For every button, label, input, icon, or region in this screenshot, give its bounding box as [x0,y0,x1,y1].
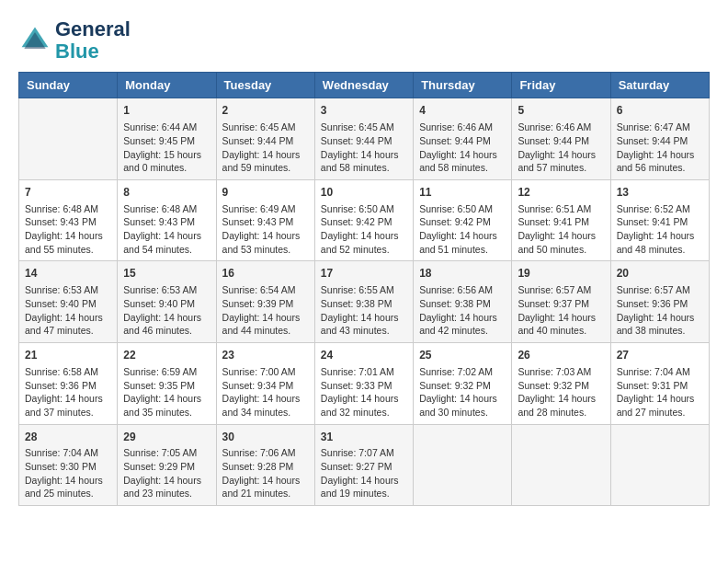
day-number: 3 [321,103,407,119]
day-content: Sunrise: 7:04 AMSunset: 9:30 PMDaylight:… [25,446,111,500]
day-content: Sunrise: 7:03 AMSunset: 9:32 PMDaylight:… [518,365,604,419]
logo: General Blue [18,18,131,63]
calendar-week-row: 7Sunrise: 6:48 AMSunset: 9:43 PMDaylight… [19,179,710,261]
calendar-cell: 18Sunrise: 6:56 AMSunset: 9:38 PMDayligh… [414,261,512,343]
day-content: Sunrise: 6:48 AMSunset: 9:43 PMDaylight:… [25,202,111,257]
day-number: 22 [123,348,210,363]
day-number: 28 [25,430,111,445]
day-number: 1 [123,103,210,119]
day-number: 2 [222,103,309,119]
calendar-cell: 15Sunrise: 6:53 AMSunset: 9:40 PMDayligh… [118,261,216,343]
calendar-cell: 24Sunrise: 7:01 AMSunset: 9:33 PMDayligh… [314,343,413,425]
calendar-table: SundayMondayTuesdayWednesdayThursdayFrid… [18,72,710,506]
calendar-header: SundayMondayTuesdayWednesdayThursdayFrid… [19,73,710,98]
day-content: Sunrise: 6:53 AMSunset: 9:40 PMDaylight:… [25,283,111,338]
calendar-cell: 19Sunrise: 6:57 AMSunset: 9:37 PMDayligh… [512,261,610,343]
day-content: Sunrise: 6:58 AMSunset: 9:36 PMDaylight:… [25,365,111,419]
calendar-cell: 13Sunrise: 6:52 AMSunset: 9:41 PMDayligh… [610,179,709,261]
day-content: Sunrise: 6:55 AMSunset: 9:38 PMDaylight:… [321,283,407,338]
calendar-cell: 25Sunrise: 7:02 AMSunset: 9:32 PMDayligh… [414,343,512,425]
day-number: 16 [222,266,309,282]
calendar-cell: 23Sunrise: 7:00 AMSunset: 9:34 PMDayligh… [216,343,314,425]
day-number: 9 [222,185,309,201]
calendar-cell: 14Sunrise: 6:53 AMSunset: 9:40 PMDayligh… [19,261,118,343]
day-content: Sunrise: 6:50 AMSunset: 9:42 PMDaylight:… [321,202,407,257]
calendar-cell: 30Sunrise: 7:06 AMSunset: 9:28 PMDayligh… [216,424,314,506]
day-number: 21 [25,348,111,363]
day-number: 18 [419,266,506,282]
calendar-cell: 31Sunrise: 7:07 AMSunset: 9:27 PMDayligh… [314,424,413,506]
calendar-week-row: 28Sunrise: 7:04 AMSunset: 9:30 PMDayligh… [19,424,710,506]
calendar-cell: 12Sunrise: 6:51 AMSunset: 9:41 PMDayligh… [512,179,610,261]
calendar-week-row: 14Sunrise: 6:53 AMSunset: 9:40 PMDayligh… [19,261,710,343]
day-content: Sunrise: 6:47 AMSunset: 9:44 PMDaylight:… [617,121,703,175]
weekday-header: Sunday [19,73,118,98]
day-content: Sunrise: 7:01 AMSunset: 9:33 PMDaylight:… [321,365,407,419]
day-content: Sunrise: 6:50 AMSunset: 9:42 PMDaylight:… [419,202,506,257]
day-number: 29 [123,430,210,445]
day-content: Sunrise: 6:57 AMSunset: 9:36 PMDaylight:… [617,283,703,338]
day-number: 12 [518,185,604,201]
day-number: 8 [123,185,210,201]
weekday-header: Monday [118,73,216,98]
calendar-cell: 21Sunrise: 6:58 AMSunset: 9:36 PMDayligh… [19,343,118,425]
day-content: Sunrise: 6:46 AMSunset: 9:44 PMDaylight:… [518,121,604,175]
day-number: 11 [419,185,506,201]
calendar-cell: 20Sunrise: 6:57 AMSunset: 9:36 PMDayligh… [610,261,709,343]
calendar-week-row: 21Sunrise: 6:58 AMSunset: 9:36 PMDayligh… [19,343,710,425]
day-content: Sunrise: 7:05 AMSunset: 9:29 PMDaylight:… [123,446,210,500]
calendar-cell: 10Sunrise: 6:50 AMSunset: 9:42 PMDayligh… [314,179,413,261]
weekday-header: Thursday [414,73,512,98]
day-content: Sunrise: 6:59 AMSunset: 9:35 PMDaylight:… [123,365,210,419]
day-content: Sunrise: 7:02 AMSunset: 9:32 PMDaylight:… [419,365,506,419]
calendar-cell: 17Sunrise: 6:55 AMSunset: 9:38 PMDayligh… [314,261,413,343]
weekday-header: Saturday [610,73,709,98]
day-number: 4 [419,103,506,119]
calendar-cell [610,424,709,506]
day-content: Sunrise: 6:51 AMSunset: 9:41 PMDaylight:… [518,202,604,257]
calendar-cell: 26Sunrise: 7:03 AMSunset: 9:32 PMDayligh… [512,343,610,425]
calendar-cell: 22Sunrise: 6:59 AMSunset: 9:35 PMDayligh… [118,343,216,425]
day-number: 24 [321,348,407,363]
day-number: 14 [25,266,111,282]
calendar-cell: 29Sunrise: 7:05 AMSunset: 9:29 PMDayligh… [118,424,216,506]
day-number: 26 [518,348,604,363]
day-number: 10 [321,185,407,201]
day-content: Sunrise: 7:06 AMSunset: 9:28 PMDaylight:… [222,446,309,500]
calendar-cell: 28Sunrise: 7:04 AMSunset: 9:30 PMDayligh… [19,424,118,506]
calendar-cell: 27Sunrise: 7:04 AMSunset: 9:31 PMDayligh… [610,343,709,425]
day-content: Sunrise: 6:52 AMSunset: 9:41 PMDaylight:… [617,202,703,257]
calendar-cell [512,424,610,506]
calendar-cell [414,424,512,506]
page-header: General Blue [18,18,710,63]
day-number: 23 [222,348,309,363]
day-number: 13 [617,185,703,201]
day-content: Sunrise: 7:00 AMSunset: 9:34 PMDaylight:… [222,365,309,419]
calendar-body: 1Sunrise: 6:44 AMSunset: 9:45 PMDaylight… [19,98,710,506]
calendar-cell: 3Sunrise: 6:45 AMSunset: 9:44 PMDaylight… [314,98,413,180]
day-content: Sunrise: 7:04 AMSunset: 9:31 PMDaylight:… [617,365,703,419]
day-content: Sunrise: 6:57 AMSunset: 9:37 PMDaylight:… [518,283,604,338]
day-content: Sunrise: 6:45 AMSunset: 9:44 PMDaylight:… [222,121,309,175]
day-number: 27 [617,348,703,363]
weekday-header: Tuesday [216,73,314,98]
day-number: 30 [222,430,309,445]
calendar-cell: 5Sunrise: 6:46 AMSunset: 9:44 PMDaylight… [512,98,610,180]
day-number: 19 [518,266,604,282]
day-number: 6 [617,103,703,119]
day-content: Sunrise: 6:45 AMSunset: 9:44 PMDaylight:… [321,121,407,175]
logo-icon [18,24,51,57]
day-number: 7 [25,185,111,201]
day-number: 20 [617,266,703,282]
calendar-week-row: 1Sunrise: 6:44 AMSunset: 9:45 PMDaylight… [19,98,710,180]
calendar-cell: 6Sunrise: 6:47 AMSunset: 9:44 PMDaylight… [610,98,709,180]
day-content: Sunrise: 6:49 AMSunset: 9:43 PMDaylight:… [222,202,309,257]
calendar-cell: 7Sunrise: 6:48 AMSunset: 9:43 PMDaylight… [19,179,118,261]
day-content: Sunrise: 6:48 AMSunset: 9:43 PMDaylight:… [123,202,210,257]
weekday-header: Wednesday [314,73,413,98]
calendar-cell: 16Sunrise: 6:54 AMSunset: 9:39 PMDayligh… [216,261,314,343]
day-content: Sunrise: 6:54 AMSunset: 9:39 PMDaylight:… [222,283,309,338]
day-content: Sunrise: 6:46 AMSunset: 9:44 PMDaylight:… [419,121,506,175]
calendar-cell: 9Sunrise: 6:49 AMSunset: 9:43 PMDaylight… [216,179,314,261]
day-content: Sunrise: 6:44 AMSunset: 9:45 PMDaylight:… [123,121,210,175]
